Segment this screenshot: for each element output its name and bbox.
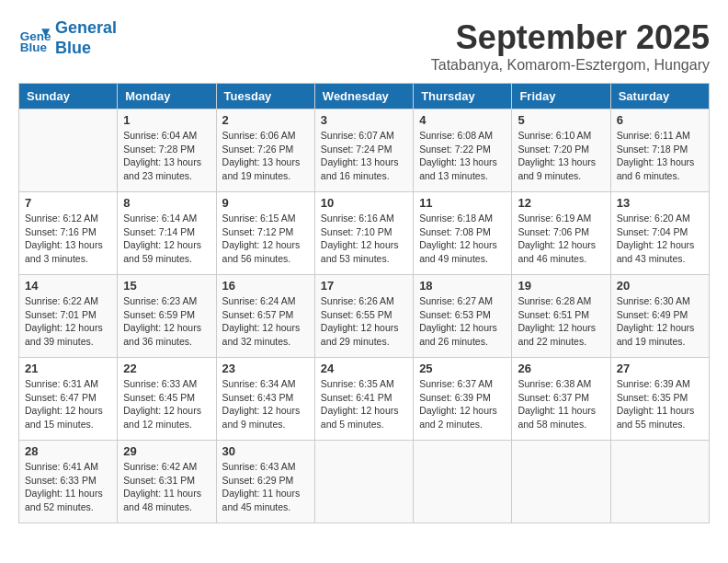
calendar-cell: 16Sunrise: 6:24 AM Sunset: 6:57 PM Dayli… bbox=[216, 275, 314, 358]
day-number: 5 bbox=[518, 113, 604, 127]
day-number: 8 bbox=[123, 196, 210, 210]
logo: General Blue General Blue bbox=[18, 18, 117, 58]
calendar-table: SundayMondayTuesdayWednesdayThursdayFrid… bbox=[18, 83, 710, 523]
calendar-cell: 18Sunrise: 6:27 AM Sunset: 6:53 PM Dayli… bbox=[414, 275, 512, 358]
calendar-cell bbox=[314, 441, 413, 523]
day-number: 13 bbox=[617, 196, 703, 210]
title-block: September 2025 Tatabanya, Komarom-Eszter… bbox=[431, 18, 710, 74]
calendar-cell: 23Sunrise: 6:34 AM Sunset: 6:43 PM Dayli… bbox=[216, 358, 314, 441]
month-title: September 2025 bbox=[431, 18, 710, 57]
day-info: Sunrise: 6:30 AM Sunset: 6:49 PM Dayligh… bbox=[617, 294, 703, 349]
calendar-cell bbox=[19, 109, 118, 192]
page-header: General Blue General Blue September 2025… bbox=[18, 18, 710, 74]
calendar-week-row: 7Sunrise: 6:12 AM Sunset: 7:16 PM Daylig… bbox=[19, 192, 710, 275]
calendar-cell: 17Sunrise: 6:26 AM Sunset: 6:55 PM Dayli… bbox=[314, 275, 413, 358]
day-number: 7 bbox=[25, 196, 111, 210]
day-info: Sunrise: 6:38 AM Sunset: 6:37 PM Dayligh… bbox=[518, 377, 604, 431]
day-number: 3 bbox=[321, 113, 407, 127]
calendar-cell: 19Sunrise: 6:28 AM Sunset: 6:51 PM Dayli… bbox=[512, 275, 610, 358]
calendar-cell: 30Sunrise: 6:43 AM Sunset: 6:29 PM Dayli… bbox=[216, 441, 314, 523]
day-info: Sunrise: 6:27 AM Sunset: 6:53 PM Dayligh… bbox=[419, 294, 506, 349]
day-info: Sunrise: 6:22 AM Sunset: 7:01 PM Dayligh… bbox=[25, 294, 111, 349]
day-number: 14 bbox=[25, 279, 111, 293]
day-info: Sunrise: 6:23 AM Sunset: 6:59 PM Dayligh… bbox=[123, 294, 210, 349]
calendar-cell: 10Sunrise: 6:16 AM Sunset: 7:10 PM Dayli… bbox=[314, 192, 413, 275]
day-info: Sunrise: 6:11 AM Sunset: 7:18 PM Dayligh… bbox=[617, 129, 703, 183]
day-number: 28 bbox=[25, 444, 111, 458]
day-info: Sunrise: 6:37 AM Sunset: 6:39 PM Dayligh… bbox=[419, 377, 506, 431]
calendar-cell: 26Sunrise: 6:38 AM Sunset: 6:37 PM Dayli… bbox=[512, 358, 610, 441]
day-info: Sunrise: 6:16 AM Sunset: 7:10 PM Dayligh… bbox=[321, 212, 407, 266]
day-info: Sunrise: 6:08 AM Sunset: 7:22 PM Dayligh… bbox=[419, 129, 506, 183]
calendar-cell: 11Sunrise: 6:18 AM Sunset: 7:08 PM Dayli… bbox=[414, 192, 512, 275]
calendar-cell bbox=[512, 441, 610, 523]
calendar-week-row: 28Sunrise: 6:41 AM Sunset: 6:33 PM Dayli… bbox=[19, 441, 710, 523]
day-number: 17 bbox=[321, 279, 407, 293]
calendar-cell bbox=[414, 441, 512, 523]
day-number: 4 bbox=[419, 113, 506, 127]
day-header-thursday: Thursday bbox=[414, 84, 512, 109]
day-number: 23 bbox=[222, 362, 309, 375]
calendar-cell bbox=[610, 441, 709, 523]
calendar-cell: 2Sunrise: 6:06 AM Sunset: 7:26 PM Daylig… bbox=[216, 109, 314, 192]
day-number: 25 bbox=[419, 362, 506, 375]
day-info: Sunrise: 6:39 AM Sunset: 6:35 PM Dayligh… bbox=[617, 377, 703, 431]
day-info: Sunrise: 6:07 AM Sunset: 7:24 PM Dayligh… bbox=[321, 129, 407, 183]
day-info: Sunrise: 6:33 AM Sunset: 6:45 PM Dayligh… bbox=[123, 377, 210, 431]
day-number: 20 bbox=[617, 279, 703, 293]
day-header-wednesday: Wednesday bbox=[314, 84, 413, 109]
day-info: Sunrise: 6:35 AM Sunset: 6:41 PM Dayligh… bbox=[321, 377, 407, 431]
day-number: 29 bbox=[123, 444, 210, 458]
calendar-cell: 5Sunrise: 6:10 AM Sunset: 7:20 PM Daylig… bbox=[512, 109, 610, 192]
calendar-cell: 4Sunrise: 6:08 AM Sunset: 7:22 PM Daylig… bbox=[414, 109, 512, 192]
calendar-cell: 25Sunrise: 6:37 AM Sunset: 6:39 PM Dayli… bbox=[414, 358, 512, 441]
calendar-cell: 15Sunrise: 6:23 AM Sunset: 6:59 PM Dayli… bbox=[118, 275, 216, 358]
calendar-cell: 29Sunrise: 6:42 AM Sunset: 6:31 PM Dayli… bbox=[118, 441, 216, 523]
day-number: 21 bbox=[25, 362, 111, 375]
calendar-cell: 3Sunrise: 6:07 AM Sunset: 7:24 PM Daylig… bbox=[314, 109, 413, 192]
day-number: 27 bbox=[617, 362, 703, 375]
day-info: Sunrise: 6:41 AM Sunset: 6:33 PM Dayligh… bbox=[25, 460, 111, 514]
day-number: 16 bbox=[222, 279, 309, 293]
day-info: Sunrise: 6:14 AM Sunset: 7:14 PM Dayligh… bbox=[123, 212, 210, 266]
day-info: Sunrise: 6:04 AM Sunset: 7:28 PM Dayligh… bbox=[123, 129, 210, 183]
day-info: Sunrise: 6:34 AM Sunset: 6:43 PM Dayligh… bbox=[222, 377, 309, 431]
day-number: 1 bbox=[123, 113, 210, 127]
calendar-cell: 6Sunrise: 6:11 AM Sunset: 7:18 PM Daylig… bbox=[610, 109, 709, 192]
day-header-friday: Friday bbox=[512, 84, 610, 109]
calendar-week-row: 14Sunrise: 6:22 AM Sunset: 7:01 PM Dayli… bbox=[19, 275, 710, 358]
calendar-cell: 28Sunrise: 6:41 AM Sunset: 6:33 PM Dayli… bbox=[19, 441, 118, 523]
day-info: Sunrise: 6:15 AM Sunset: 7:12 PM Dayligh… bbox=[222, 212, 309, 266]
day-info: Sunrise: 6:18 AM Sunset: 7:08 PM Dayligh… bbox=[419, 212, 506, 266]
calendar-header-row: SundayMondayTuesdayWednesdayThursdayFrid… bbox=[19, 84, 710, 109]
day-info: Sunrise: 6:26 AM Sunset: 6:55 PM Dayligh… bbox=[321, 294, 407, 349]
calendar-cell: 24Sunrise: 6:35 AM Sunset: 6:41 PM Dayli… bbox=[314, 358, 413, 441]
day-header-saturday: Saturday bbox=[610, 84, 709, 109]
calendar-week-row: 1Sunrise: 6:04 AM Sunset: 7:28 PM Daylig… bbox=[19, 109, 710, 192]
day-number: 26 bbox=[518, 362, 604, 375]
calendar-cell: 20Sunrise: 6:30 AM Sunset: 6:49 PM Dayli… bbox=[610, 275, 709, 358]
calendar-cell: 7Sunrise: 6:12 AM Sunset: 7:16 PM Daylig… bbox=[19, 192, 118, 275]
day-header-tuesday: Tuesday bbox=[216, 84, 314, 109]
calendar-cell: 14Sunrise: 6:22 AM Sunset: 7:01 PM Dayli… bbox=[19, 275, 118, 358]
day-number: 24 bbox=[321, 362, 407, 375]
day-info: Sunrise: 6:06 AM Sunset: 7:26 PM Dayligh… bbox=[222, 129, 309, 183]
day-header-sunday: Sunday bbox=[19, 84, 118, 109]
day-number: 9 bbox=[222, 196, 309, 210]
day-number: 22 bbox=[123, 362, 210, 375]
day-info: Sunrise: 6:43 AM Sunset: 6:29 PM Dayligh… bbox=[222, 460, 309, 514]
calendar-cell: 27Sunrise: 6:39 AM Sunset: 6:35 PM Dayli… bbox=[610, 358, 709, 441]
calendar-cell: 13Sunrise: 6:20 AM Sunset: 7:04 PM Dayli… bbox=[610, 192, 709, 275]
day-number: 15 bbox=[123, 279, 210, 293]
day-info: Sunrise: 6:31 AM Sunset: 6:47 PM Dayligh… bbox=[25, 377, 111, 431]
day-info: Sunrise: 6:42 AM Sunset: 6:31 PM Dayligh… bbox=[123, 460, 210, 514]
day-number: 10 bbox=[321, 196, 407, 210]
calendar-cell: 21Sunrise: 6:31 AM Sunset: 6:47 PM Dayli… bbox=[19, 358, 118, 441]
day-number: 30 bbox=[222, 444, 309, 458]
calendar-cell: 8Sunrise: 6:14 AM Sunset: 7:14 PM Daylig… bbox=[118, 192, 216, 275]
calendar-body: 1Sunrise: 6:04 AM Sunset: 7:28 PM Daylig… bbox=[19, 109, 710, 523]
day-number: 2 bbox=[222, 113, 309, 127]
day-info: Sunrise: 6:20 AM Sunset: 7:04 PM Dayligh… bbox=[617, 212, 703, 266]
day-info: Sunrise: 6:24 AM Sunset: 6:57 PM Dayligh… bbox=[222, 294, 309, 349]
day-info: Sunrise: 6:10 AM Sunset: 7:20 PM Dayligh… bbox=[518, 129, 604, 183]
